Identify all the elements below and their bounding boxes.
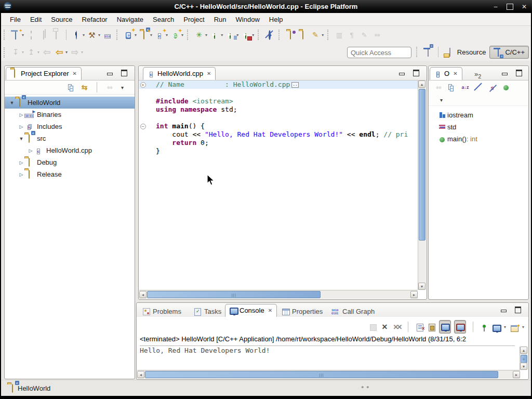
tab-project-explorer[interactable]: Project Explorer ✕ — [6, 67, 82, 80]
toggle-mark-occurrences-button[interactable] — [264, 29, 275, 41]
scroll-lock-icon[interactable] — [429, 324, 435, 331]
code-area[interactable]: +// Name : HelloWorld.cpp..#include <ios… — [139, 81, 418, 290]
open-console-icon[interactable] — [511, 325, 518, 332]
close-project-explorer-icon[interactable]: ✕ — [72, 71, 76, 76]
menu-edit[interactable]: Edit — [25, 14, 46, 25]
editor-vertical-scrollbar[interactable]: ▴ ▾ — [418, 81, 426, 290]
maximize-editor-button[interactable] — [413, 70, 419, 76]
run-history-button[interactable] — [224, 29, 236, 41]
sort-icon[interactable]: a↓z — [461, 83, 470, 92]
scroll-thumb[interactable] — [419, 89, 425, 241]
link-with-editor-icon[interactable]: ⇆ — [80, 83, 89, 92]
view-menu-icon[interactable]: ▾ — [118, 83, 127, 92]
editor-horizontal-scrollbar[interactable]: ◂ ||| ▸ — [139, 290, 418, 299]
new-c-project-button[interactable]: c — [138, 29, 150, 41]
console-output[interactable]: Hello, Red Hat Developers World! — [140, 347, 517, 354]
tree-item-includes[interactable]: ▷ h Includes — [5, 121, 135, 132]
build-dropdown[interactable]: ▾ — [98, 33, 100, 37]
collapse-all-icon[interactable]: − — [70, 86, 73, 91]
display-console-dropdown[interactable]: ▾ — [504, 325, 506, 329]
run-history-dropdown[interactable]: ▾ — [236, 33, 238, 37]
more-views-indicator[interactable]: »2 — [474, 70, 481, 79]
menu-window[interactable]: Window — [231, 14, 264, 25]
outline-item-iostream[interactable]: iostream — [429, 109, 528, 121]
maximize-view-button[interactable] — [121, 70, 127, 76]
timer-dropdown[interactable]: ▾ — [83, 33, 85, 37]
scroll-left-icon[interactable]: ◂ — [137, 371, 144, 378]
scroll-down-icon[interactable]: ▾ — [418, 283, 425, 290]
scroll-thumb[interactable]: ≡ — [521, 355, 527, 363]
open-resource-button[interactable] — [297, 29, 309, 41]
debug-dropdown[interactable]: ▾ — [205, 33, 207, 37]
build-all-button[interactable]: ⚒ — [86, 29, 98, 41]
perspective-cpp[interactable]: C/C++ — [489, 46, 529, 59]
scroll-up-icon[interactable]: ▴ — [520, 347, 527, 354]
toggle-mark-button[interactable]: ✎ — [310, 29, 321, 41]
tab-helloworld-cpp[interactable]: c HelloWorld.cpp ✕ — [143, 67, 216, 80]
remove-all-terminated-icon[interactable]: ✕✕ — [392, 323, 401, 331]
console-vertical-scrollbar[interactable]: ▴ ≡ ▾ — [520, 347, 528, 370]
console-horizontal-scrollbar[interactable]: ◂ ||| ▸ — [137, 370, 520, 379]
remove-launch-icon[interactable]: ✕ — [380, 323, 389, 331]
close-outline-icon[interactable]: ✕ — [453, 71, 457, 76]
fold-expand-icon[interactable]: + — [140, 82, 146, 88]
open-element-button[interactable] — [285, 29, 296, 41]
tab-tasks[interactable]: Tasks — [190, 305, 225, 318]
menu-run[interactable]: Run — [209, 14, 231, 25]
hide-non-public-icon[interactable] — [503, 85, 509, 90]
expander-icon[interactable]: ▷ — [28, 148, 34, 153]
open-console-dropdown[interactable]: ▾ — [522, 325, 524, 329]
close-editor-icon[interactable]: ✕ — [207, 71, 211, 76]
tab-outline[interactable]: ≡ O ✕ — [430, 67, 462, 80]
maximize-console-button[interactable] — [515, 307, 521, 313]
expander-icon[interactable]: ▷ — [18, 172, 24, 177]
run-dropdown[interactable]: ▾ — [221, 33, 223, 37]
expander-icon[interactable]: ▷ — [18, 160, 24, 165]
marker-dropdown[interactable]: ▾ — [322, 33, 324, 37]
timer-button[interactable] — [71, 29, 82, 41]
fold-collapse-icon[interactable]: − — [140, 124, 146, 129]
outline-item-main[interactable]: main() : int — [429, 133, 528, 145]
back-dropdown[interactable]: ▾ — [65, 50, 68, 55]
new-c-class-button[interactable]: C — [123, 29, 134, 41]
tab-console[interactable]: Console ✕ — [225, 304, 277, 317]
run-external-dropdown[interactable]: ▾ — [252, 33, 254, 37]
clear-console-icon[interactable] — [417, 324, 423, 331]
scroll-right-icon[interactable]: ▸ — [513, 371, 520, 378]
tab-problems[interactable]: Problems — [139, 305, 185, 318]
scroll-thumb[interactable]: ||| — [145, 371, 498, 378]
tree-item-helloworld-cpp[interactable]: ▷ c HelloWorld.cpp — [5, 144, 135, 156]
show-console-stdout-toggle[interactable] — [439, 320, 451, 334]
minimize-console-button[interactable] — [501, 310, 507, 312]
perspective-resource[interactable]: Resource — [442, 46, 490, 58]
menu-navigate[interactable]: Navigate — [112, 14, 148, 25]
minimize-outline-button[interactable] — [502, 73, 508, 75]
run-external-tools-button[interactable] — [240, 29, 251, 41]
editor-body[interactable]: +// Name : HelloWorld.cpp..#include <ios… — [139, 81, 426, 299]
maximize-window-button[interactable] — [507, 4, 513, 10]
expander-icon[interactable]: ▷ — [18, 124, 24, 129]
scroll-up-icon[interactable]: ▴ — [418, 81, 425, 88]
menu-refactor[interactable]: Refactor — [77, 14, 112, 25]
close-window-button[interactable]: ✕ — [521, 3, 528, 10]
expander-icon[interactable]: ▼ — [18, 136, 24, 141]
tab-properties[interactable]: Properties — [278, 305, 327, 318]
menu-project[interactable]: Project — [179, 14, 209, 25]
scroll-thumb[interactable]: ||| — [147, 291, 321, 298]
tree-item-binaries[interactable]: ▷ 10 01 Binaries — [5, 109, 135, 121]
sash-handle[interactable]: ● ● — [361, 384, 369, 390]
back-button[interactable]: ⇦ — [54, 46, 65, 59]
collapse-all-icon[interactable]: − — [450, 86, 454, 91]
menu-source[interactable]: Source — [46, 14, 77, 25]
menu-file[interactable]: File — [5, 14, 25, 25]
tree-item-helloworld[interactable]: ▼ c HelloWorld — [5, 97, 135, 109]
run-button[interactable] — [209, 29, 220, 41]
tree-item-src[interactable]: ▼ c src — [5, 132, 135, 144]
scroll-left-icon[interactable]: ◂ — [139, 291, 147, 298]
binary-view-button[interactable]: 010 — [102, 29, 113, 41]
open-perspective-button[interactable] — [422, 46, 434, 58]
expander-icon[interactable]: ▼ — [9, 100, 15, 105]
expander-icon[interactable]: ▷ — [18, 112, 24, 117]
display-console-icon[interactable] — [493, 325, 501, 332]
tab-call-graph[interactable]: 1010 0101 Call Graph — [327, 305, 379, 318]
